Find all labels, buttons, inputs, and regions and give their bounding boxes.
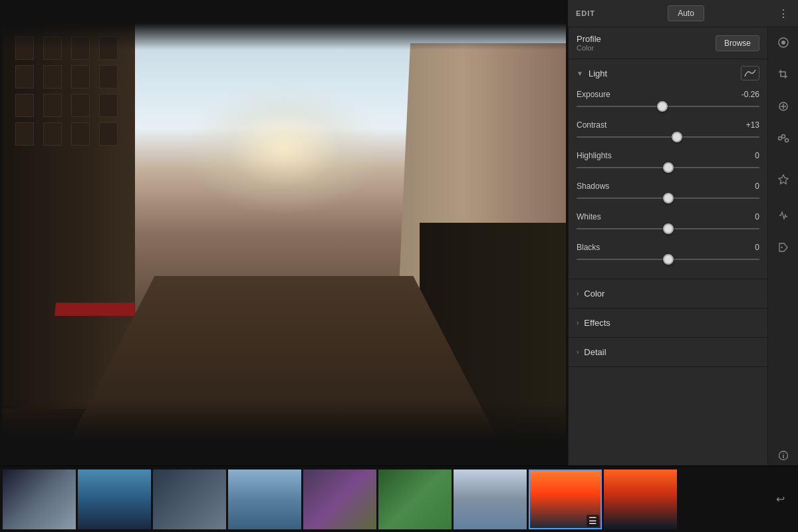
svg-point-6 bbox=[781, 135, 785, 138]
slider-value-whites: 0 bbox=[755, 212, 759, 221]
slider-label-shadows: Shadows bbox=[577, 182, 609, 191]
color-section: › Color bbox=[569, 279, 767, 309]
svg-point-13 bbox=[783, 453, 784, 454]
slider-value-contrast: +13 bbox=[746, 120, 759, 130]
slider-row-contrast: Contrast +13 bbox=[577, 120, 759, 142]
profile-subtitle: Color bbox=[577, 44, 601, 52]
info-icon[interactable] bbox=[773, 446, 793, 466]
histogram-icon[interactable] bbox=[773, 33, 793, 53]
color-section-header[interactable]: › Color bbox=[569, 279, 767, 308]
svg-point-1 bbox=[781, 41, 785, 45]
slider-value-exposure: -0.26 bbox=[741, 90, 759, 99]
filmstrip-thumb-3[interactable] bbox=[153, 469, 226, 529]
detail-chevron-icon: › bbox=[577, 348, 579, 356]
slider-thumb-highlights[interactable] bbox=[663, 162, 674, 173]
color-chevron-icon: › bbox=[577, 290, 579, 297]
right-icon-strip bbox=[767, 27, 798, 466]
slider-track-exposure[interactable] bbox=[577, 102, 759, 111]
presets-icon[interactable] bbox=[773, 174, 793, 194]
mixer-icon[interactable] bbox=[773, 128, 793, 148]
sliders-icon[interactable]: ⋮ bbox=[777, 6, 790, 21]
slider-row-shadows: Shadows 0 bbox=[577, 182, 759, 203]
filmstrip-thumb-7[interactable] bbox=[454, 469, 527, 529]
light-section-header[interactable]: ▼ Light bbox=[569, 59, 767, 87]
filmstrip-thumb-2[interactable] bbox=[78, 469, 151, 529]
slider-track-highlights[interactable] bbox=[577, 163, 759, 172]
slider-track-whites[interactable] bbox=[577, 224, 759, 233]
slider-row-highlights: Highlights 0 bbox=[577, 151, 759, 172]
activity-icon[interactable] bbox=[773, 205, 793, 225]
light-section: ▼ Light Exposure -0.26 bbox=[569, 59, 767, 279]
slider-track-blacks[interactable] bbox=[577, 255, 759, 264]
effects-section-header[interactable]: › Effects bbox=[569, 309, 767, 337]
slider-thumb-whites[interactable] bbox=[663, 223, 674, 234]
edit-panel: Profile Color Browse ▼ Light bbox=[568, 27, 767, 466]
slider-value-blacks: 0 bbox=[755, 243, 759, 252]
slider-row-blacks: Blacks 0 bbox=[577, 243, 759, 264]
heal-icon[interactable] bbox=[773, 96, 793, 116]
undo-icon[interactable]: ↩ bbox=[765, 489, 795, 509]
slider-label-contrast: Contrast bbox=[577, 120, 606, 130]
filmstrip-thumb-9[interactable] bbox=[604, 469, 677, 529]
slider-label-exposure: Exposure bbox=[577, 90, 610, 99]
detail-section: › Detail bbox=[569, 338, 767, 367]
photo-canvas bbox=[0, 0, 568, 466]
detail-section-header[interactable]: › Detail bbox=[569, 338, 767, 366]
svg-point-7 bbox=[785, 139, 788, 142]
slider-thumb-blacks[interactable] bbox=[663, 254, 674, 265]
slider-value-shadows: 0 bbox=[755, 182, 759, 191]
slider-value-highlights: 0 bbox=[755, 151, 759, 160]
color-title: Color bbox=[584, 289, 604, 299]
edit-label: EDIT bbox=[576, 9, 595, 17]
svg-point-10 bbox=[781, 247, 782, 248]
filmstrip-thumb-1[interactable] bbox=[3, 469, 76, 529]
slider-label-whites: Whites bbox=[577, 212, 601, 221]
effects-chevron-icon: › bbox=[577, 319, 579, 327]
slider-label-highlights: Highlights bbox=[577, 151, 612, 160]
slider-row-whites: Whites 0 bbox=[577, 212, 759, 233]
slider-label-blacks: Blacks bbox=[577, 243, 600, 252]
profile-section: Profile Color Browse bbox=[569, 27, 767, 59]
thumb-badge-icon: ☰ bbox=[587, 515, 599, 527]
top-bar: EDIT Auto ⋮ bbox=[568, 0, 798, 27]
slider-thumb-exposure[interactable] bbox=[657, 101, 668, 112]
filmstrip-thumb-4[interactable] bbox=[228, 469, 301, 529]
tag-icon[interactable] bbox=[773, 237, 793, 257]
slider-thumb-shadows[interactable] bbox=[663, 193, 674, 203]
light-title: Light bbox=[589, 68, 607, 78]
filmstrip-thumb-6[interactable] bbox=[378, 469, 452, 529]
crop-icon[interactable] bbox=[773, 65, 793, 84]
effects-title: Effects bbox=[584, 318, 610, 328]
light-sliders: Exposure -0.26 Contrast +13 Highlights bbox=[569, 87, 767, 279]
svg-marker-9 bbox=[779, 175, 788, 184]
light-chevron-icon: ▼ bbox=[577, 70, 583, 77]
detail-title: Detail bbox=[584, 347, 606, 357]
filmstrip: ☰ ↩ bbox=[0, 466, 798, 532]
slider-row-exposure: Exposure -0.26 bbox=[577, 90, 759, 111]
filmstrip-thumb-8[interactable]: ☰ bbox=[529, 469, 602, 529]
filmstrip-thumb-5[interactable] bbox=[303, 469, 376, 529]
profile-title: Profile bbox=[577, 34, 601, 44]
slider-thumb-contrast[interactable] bbox=[672, 132, 682, 142]
slider-track-contrast[interactable] bbox=[577, 132, 759, 142]
slider-track-shadows[interactable] bbox=[577, 194, 759, 203]
browse-button[interactable]: Browse bbox=[716, 35, 759, 51]
effects-section: › Effects bbox=[569, 309, 767, 338]
auto-button[interactable]: Auto bbox=[668, 5, 704, 21]
svg-point-5 bbox=[778, 137, 781, 140]
curve-icon[interactable] bbox=[741, 66, 759, 80]
